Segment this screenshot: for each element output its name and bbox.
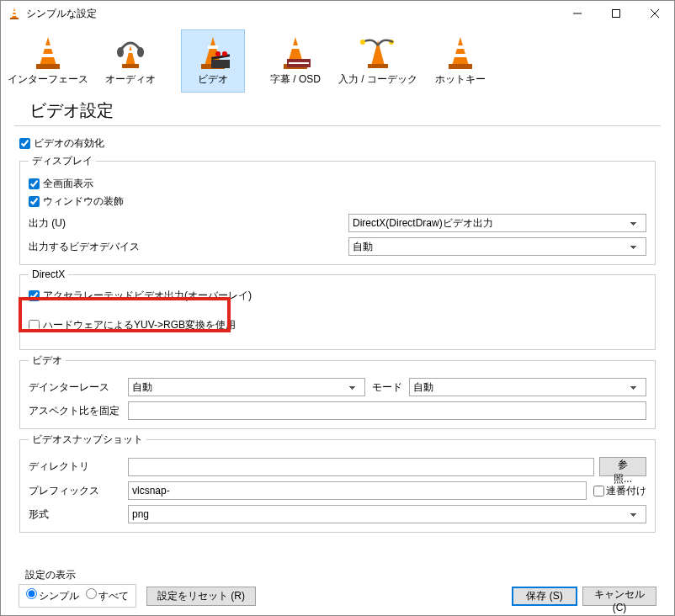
cancel-button[interactable]: キャンセル (C) xyxy=(582,587,656,606)
tab-hotkeys[interactable]: ホットキー xyxy=(428,29,492,93)
svg-marker-12 xyxy=(125,45,136,66)
browse-button[interactable]: 参照... xyxy=(599,457,646,476)
cone-icon xyxy=(28,34,68,71)
svg-rect-3 xyxy=(10,18,19,19)
window-buttons xyxy=(558,1,674,26)
svg-rect-1 xyxy=(13,11,16,13)
window-decoration-label: ウィンドウの装飾 xyxy=(43,194,124,209)
category-toolbar: インターフェース オーディオ ビデオ 字幕 / OSD 入力 / コーデック ホ… xyxy=(1,26,674,93)
window-title: シンプルな設定 xyxy=(26,7,558,21)
mode-select[interactable]: 自動 xyxy=(409,378,646,396)
maximize-button[interactable] xyxy=(597,1,635,26)
tab-input-codecs[interactable]: 入力 / コーデック xyxy=(346,29,410,93)
tab-audio[interactable]: オーディオ xyxy=(98,29,162,93)
simple-radio-label[interactable]: シンプル xyxy=(26,588,79,603)
tab-interface[interactable]: インターフェース xyxy=(16,29,80,93)
vlc-app-icon xyxy=(8,7,21,20)
sequential-checkbox[interactable] xyxy=(593,486,604,497)
tab-label: ホットキー xyxy=(435,72,486,87)
sign-cone-icon xyxy=(275,34,316,71)
directx-group: DirectX アクセラレーテッドビデオ出力(オーバーレイ) ハードウェアによる… xyxy=(19,268,656,350)
snapshot-format-select[interactable]: png xyxy=(128,505,646,523)
svg-marker-0 xyxy=(12,8,17,19)
svg-point-15 xyxy=(117,47,124,57)
svg-point-31 xyxy=(360,40,365,45)
cable-cone-icon xyxy=(358,34,398,71)
svg-rect-30 xyxy=(368,64,388,68)
settings-mode-group: シンプル すべて xyxy=(19,584,136,608)
minimize-button[interactable] xyxy=(558,1,597,26)
output-device-label: 出力するビデオデバイス xyxy=(29,240,348,254)
output-label: 出力 (U) xyxy=(29,216,348,231)
svg-rect-2 xyxy=(13,14,17,16)
svg-rect-14 xyxy=(122,64,139,68)
svg-point-23 xyxy=(222,51,227,56)
show-settings-label: 設定の表示 xyxy=(25,568,656,582)
highlight-annotation xyxy=(19,297,231,332)
svg-point-16 xyxy=(137,47,144,57)
svg-rect-13 xyxy=(127,50,134,53)
all-radio[interactable] xyxy=(86,588,97,599)
video-group: ビデオ デインターレース 自動 モード 自動 アスペクト比を固定 xyxy=(19,353,656,429)
svg-rect-35 xyxy=(454,54,467,57)
fullscreen-label: 全画面表示 xyxy=(43,177,93,191)
tab-video[interactable]: ビデオ xyxy=(181,29,245,93)
headphones-cone-icon xyxy=(110,34,151,71)
mode-label: モード xyxy=(372,380,402,395)
directx-legend: DirectX xyxy=(29,268,68,280)
svg-rect-9 xyxy=(43,45,53,49)
display-group: ディスプレイ 全画面表示 ウィンドウの装飾 出力 (U) DirectX(Dir… xyxy=(19,154,656,265)
fullscreen-checkbox[interactable] xyxy=(29,178,40,189)
footer: 設定の表示 シンプル すべて 設定をリセット (R) 保存 (S) キャンセル … xyxy=(19,568,656,608)
svg-rect-11 xyxy=(36,64,60,69)
svg-rect-10 xyxy=(41,54,55,57)
svg-marker-33 xyxy=(452,37,469,66)
all-radio-label[interactable]: すべて xyxy=(86,588,129,603)
svg-rect-5 xyxy=(613,10,620,18)
enable-video-checkbox[interactable] xyxy=(19,138,30,149)
simple-radio[interactable] xyxy=(26,588,37,599)
close-button[interactable] xyxy=(635,1,674,26)
tab-label: インターフェース xyxy=(8,72,88,87)
window-decoration-checkbox[interactable] xyxy=(29,196,40,207)
output-select[interactable]: DirectX(DirectDraw)ビデオ出力 xyxy=(348,214,646,232)
cone-icon xyxy=(440,34,481,71)
enable-video-label: ビデオの有効化 xyxy=(34,136,104,151)
deinterlace-select[interactable]: 自動 xyxy=(128,378,365,396)
reset-button[interactable]: 設定をリセット (R) xyxy=(146,587,256,606)
clapper-cone-icon xyxy=(193,34,233,71)
sequential-label: 連番付け xyxy=(606,484,646,498)
svg-point-22 xyxy=(215,51,221,56)
display-legend: ディスプレイ xyxy=(29,154,96,168)
deinterlace-label: デインターレース xyxy=(29,380,128,395)
output-device-select[interactable]: 自動 xyxy=(348,237,646,256)
svg-rect-36 xyxy=(449,64,472,69)
tab-label: オーディオ xyxy=(105,72,156,87)
video-group-legend: ビデオ xyxy=(29,353,66,368)
snapshot-prefix-label: プレフィックス xyxy=(29,484,128,498)
snapshot-legend: ビデオスナップショット xyxy=(29,433,146,447)
page-title: ビデオ設定 xyxy=(14,94,661,126)
tab-label: 字幕 / OSD xyxy=(270,72,321,87)
svg-rect-34 xyxy=(455,45,465,49)
svg-rect-25 xyxy=(290,45,300,49)
save-button[interactable]: 保存 (S) xyxy=(512,587,577,606)
snapshot-dir-label: ディレクトリ xyxy=(29,459,128,474)
snapshot-prefix-input[interactable] xyxy=(128,481,587,500)
content-area: ビデオの有効化 ディスプレイ 全画面表示 ウィンドウの装飾 出力 (U) Dir… xyxy=(1,126,674,533)
tab-subtitles[interactable]: 字幕 / OSD xyxy=(263,29,327,93)
aspect-input[interactable] xyxy=(128,401,646,420)
svg-rect-18 xyxy=(208,45,218,49)
tab-label: 入力 / コーデック xyxy=(338,72,417,87)
snapshot-group: ビデオスナップショット ディレクトリ 参照... プレフィックス 連番付け 形式… xyxy=(19,433,656,533)
tab-label: ビデオ xyxy=(198,72,228,87)
snapshot-dir-input[interactable] xyxy=(128,458,594,476)
svg-rect-21 xyxy=(211,60,230,68)
titlebar: シンプルな設定 xyxy=(1,1,674,26)
snapshot-format-label: 形式 xyxy=(29,507,128,522)
svg-marker-8 xyxy=(40,37,56,66)
svg-rect-28 xyxy=(289,62,309,64)
aspect-label: アスペクト比を固定 xyxy=(29,404,128,418)
